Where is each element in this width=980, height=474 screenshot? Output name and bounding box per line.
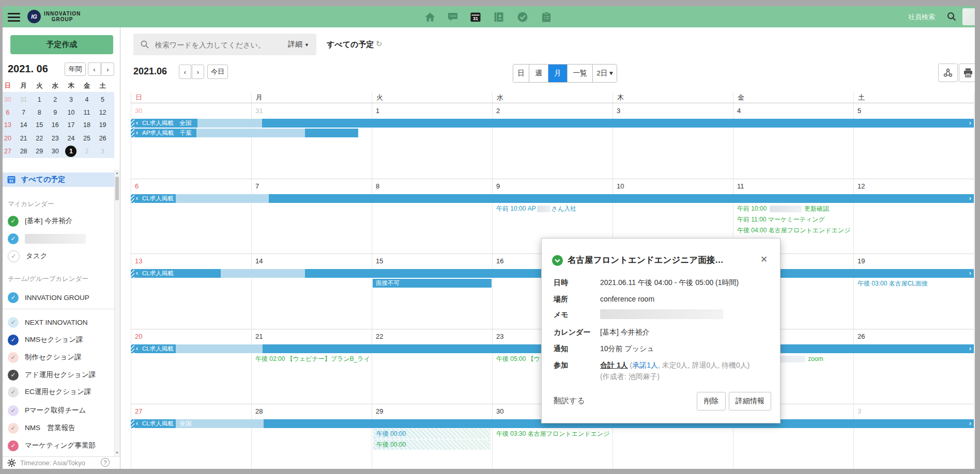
view-tab-一覧[interactable]: 一覧 [568,65,593,82]
mini-day[interactable]: 1 [32,94,47,105]
mini-day[interactable]: 31 [16,94,32,105]
grid-date[interactable]: 21 [255,333,263,340]
event-bar[interactable]: ‹CL求人掲載› [131,194,974,203]
mini-day[interactable]: 27 [3,146,16,156]
grid-date[interactable]: 8 [376,182,379,190]
hamburger-menu-icon[interactable] [8,11,20,24]
mini-day[interactable]: 2 [48,94,63,105]
calendar-check-icon[interactable]: ✓ [8,233,19,244]
calendar-list-item[interactable]: ✓EC運用セクション課 [8,385,114,399]
delete-button[interactable]: 削除 [697,392,726,410]
view-tab-週[interactable]: 週 [529,65,548,82]
calendar-event[interactable]: 午後 05:00 【ウ [496,354,540,364]
mini-calendar-prev-button[interactable]: ‹ [88,62,101,76]
user-avatar[interactable] [962,8,975,25]
calendar-event[interactable]: 午後 00:00 [373,439,491,450]
calendar-check-icon[interactable]: ✓ [8,335,19,345]
mini-day[interactable]: 4 [79,94,95,105]
mini-day[interactable]: 11 [79,107,95,118]
grid-date[interactable]: 4 [737,107,741,115]
next-month-button[interactable]: › [192,65,204,79]
calendar-event[interactable]: 午後 04:00 名古屋フロントエンドエンジ [737,225,851,235]
calendar-list-item[interactable]: ✓マーケティング事業部 [8,438,114,453]
event-bar-blocked[interactable]: 面接不可 [373,279,492,288]
mini-day[interactable]: 3 [63,94,79,105]
view-tab-月[interactable]: 月 [548,65,568,82]
calendar-check-icon[interactable]: ✓ [8,352,19,363]
mini-day[interactable]: 5 [95,94,111,105]
calendar-event[interactable]: 午前 11:00 マーケミーティング [737,214,825,225]
grid-date[interactable]: 12 [858,182,865,190]
event-bar[interactable]: ‹CL求人掲載 全国› [131,119,974,128]
calendar-event[interactable]: 午後 03:30 名古屋フロントエンドエンジ [496,429,610,439]
grid-date[interactable]: 3 [858,407,861,415]
mini-day[interactable]: 9 [48,107,63,118]
calendar-check-icon[interactable]: ✓ [8,370,19,381]
calendar-check-icon[interactable]: ✓ [8,292,19,303]
grid-date[interactable]: 30 [496,407,503,415]
mini-day[interactable]: 10 [63,107,79,118]
calendar-check-icon[interactable]: ✓ [8,250,20,262]
grid-date[interactable]: 26 [858,333,865,340]
calendar-event[interactable]: 午前 10:00 更新確認 [737,203,829,214]
calendar-check-icon[interactable]: ✓ [8,423,19,434]
grid-date[interactable]: 5 [858,107,861,115]
event-bar[interactable]: ‹AP求人掲載 千葉 [131,129,358,137]
search-input[interactable] [154,34,280,56]
print-button[interactable] [959,64,975,82]
mini-day[interactable]: 21 [16,133,32,144]
grid-date[interactable]: 30 [135,107,142,115]
mini-day[interactable]: 6 [3,107,16,118]
calendar-event[interactable]: 午前 10:00 APさん入社 [496,203,576,214]
grid-date[interactable]: 3 [617,107,620,115]
mini-day[interactable]: 16 [48,120,63,130]
mini-day[interactable]: 28 [16,146,32,156]
grid-date[interactable]: 2 [496,107,500,115]
calendar-list-item[interactable]: ✓Pマーク取得チーム [8,403,114,418]
mini-day[interactable]: 8 [32,107,47,118]
mini-day[interactable]: 26 [95,133,111,144]
mini-day[interactable]: 2 [79,146,95,156]
mini-calendar-next-button[interactable]: › [101,62,114,76]
participants-total-link[interactable]: 合計 1人 [600,361,628,369]
mini-day[interactable]: 23 [48,133,63,144]
mini-day[interactable]: 24 [63,133,79,144]
search-detail-dropdown[interactable]: 詳細 ▼ [288,40,309,49]
calendar-check-icon[interactable]: ✓ [8,216,19,227]
contacts-icon[interactable] [493,11,505,23]
mini-day[interactable]: 3 [95,146,111,156]
calendar-check-icon[interactable]: ✓ [8,317,19,328]
chat-icon[interactable] [447,11,459,23]
mini-day[interactable]: 30 [3,94,16,105]
mini-day[interactable]: 17 [63,120,79,130]
mini-day[interactable]: 13 [3,120,16,130]
prev-month-button[interactable]: ‹ [179,65,191,79]
year-view-button[interactable]: 年間 [65,62,86,76]
grid-date[interactable]: 11 [737,182,744,190]
grid-date[interactable]: 1 [376,107,379,115]
grid-date[interactable]: 31 [255,107,263,115]
grid-date[interactable]: 7 [255,182,259,190]
details-button[interactable]: 詳細情報 [729,392,771,410]
calendar-list-item[interactable]: ✓アド運用セクション課 [8,368,114,382]
view-tab-日[interactable]: 日 [513,65,529,82]
grid-date[interactable]: 19 [858,257,865,265]
mini-day[interactable]: 7 [16,107,32,118]
home-icon[interactable] [424,11,436,23]
calendar-list-item[interactable]: ✓[基本] 今井裕介 [8,214,114,228]
mini-day[interactable]: 20 [3,133,16,144]
create-event-button[interactable]: 予定作成 [10,35,113,54]
mini-day[interactable]: 12 [95,107,111,118]
calendar-check-icon[interactable]: ✓ [8,405,19,416]
today-button[interactable]: 今日 [207,65,228,79]
calendar-event[interactable]: 午後 02:00 【ウェビナー】プランB_ライ [255,354,370,364]
mini-day[interactable]: 30 [48,146,63,156]
grid-date[interactable]: 9 [496,182,500,190]
employee-search-link[interactable]: 社員検索 [908,12,935,22]
help-icon[interactable]: ? [101,458,110,467]
mini-day[interactable]: 19 [95,120,111,130]
calendar-list-item[interactable]: ✓INNVATION GROUP [8,290,114,305]
mini-day[interactable]: 18 [79,120,95,130]
grid-date[interactable]: 15 [376,257,383,265]
refresh-icon[interactable]: ↻ [376,39,382,49]
